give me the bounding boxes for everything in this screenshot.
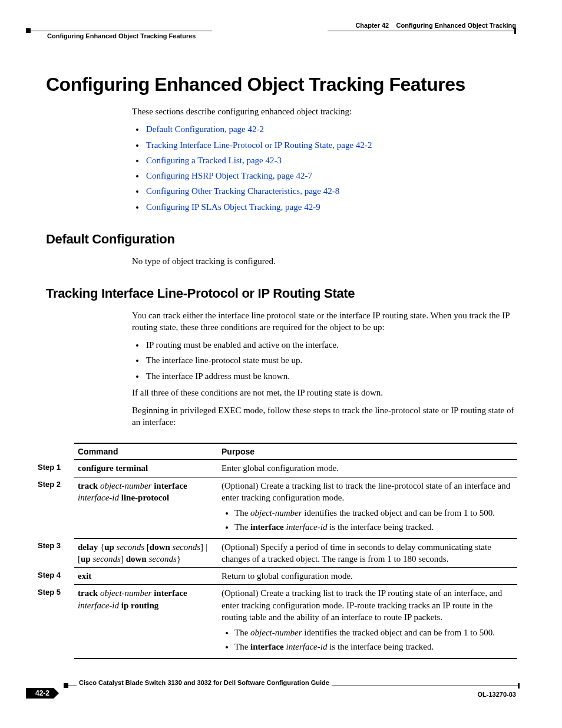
purpose-cell: Enter global configuration mode.: [218, 460, 517, 477]
table-row: Step 3 delay {up seconds [down seconds] …: [34, 538, 517, 568]
table-header-purpose: Purpose: [218, 443, 517, 460]
conditions-list: IP routing must be enabled and active on…: [132, 339, 516, 382]
table-row: Step 5 track object-number interface int…: [34, 585, 517, 658]
list-item: Tracking Interface Line-Protocol or IP R…: [145, 139, 516, 151]
chapter-label: Chapter 42: [355, 22, 389, 29]
purpose-cell: (Optional) Create a tracking list to tra…: [218, 477, 517, 538]
purpose-cell: (Optional) Create a tracking list to tra…: [218, 585, 517, 658]
book-title: Cisco Catalyst Blade Switch 3130 and 303…: [77, 678, 332, 687]
procedure-table: Command Purpose Step 1 configure termina…: [34, 443, 517, 659]
step-label: Step 5: [34, 585, 74, 658]
list-item: Configuring IP SLAs Object Tracking, pag…: [145, 201, 516, 213]
table-row: Step 2 track object-number interface int…: [34, 477, 517, 538]
command-cell: delay {up seconds [down seconds] | [up s…: [74, 538, 218, 568]
body-paragraph: If all three of these conditions are not…: [132, 387, 516, 398]
header-tick-right: [514, 28, 516, 34]
footer-square-icon: [64, 683, 68, 688]
list-item: The object-number identifies the tracked…: [234, 627, 514, 638]
xref-link[interactable]: Configuring a Tracked List, page 42-3: [146, 156, 282, 165]
list-item: The interface line-protocol state must b…: [145, 354, 516, 366]
page-header: Chapter 42 Configuring Enhanced Object T…: [46, 21, 516, 41]
list-item: The interface interface-id is the interf…: [234, 641, 514, 653]
purpose-cell: (Optional) Specify a period of time in s…: [218, 538, 517, 568]
xref-link[interactable]: Configuring HSRP Object Tracking, page 4…: [146, 171, 312, 180]
section-links-list: Default Configuration, page 42-2 Trackin…: [132, 123, 516, 213]
running-head: Configuring Enhanced Object Tracking Fea…: [47, 32, 196, 41]
body-paragraph: Beginning in privileged EXEC mode, follo…: [132, 404, 516, 429]
command-cell: configure terminal: [74, 460, 218, 477]
table-header-command: Command: [74, 443, 218, 460]
table-row: Step 4 exit Return to global configurati…: [34, 568, 517, 585]
purpose-cell: Return to global configuration mode.: [218, 568, 517, 585]
step-label: Step 4: [34, 568, 74, 585]
chapter-title: Configuring Enhanced Object Tracking: [396, 22, 516, 29]
section-heading-tracking-interface: Tracking Interface Line-Protocol or IP R…: [46, 285, 516, 302]
step-label: Step 3: [34, 538, 74, 568]
command-cell: exit: [74, 568, 218, 585]
list-item: Configuring HSRP Object Tracking, page 4…: [145, 170, 516, 182]
body-paragraph: No type of object tracking is configured…: [132, 255, 516, 267]
step-label: Step 1: [34, 460, 74, 477]
list-item: The interface IP address must be known.: [145, 370, 516, 382]
header-square-left: [26, 28, 31, 33]
list-item: IP routing must be enabled and active on…: [145, 339, 516, 351]
list-item: The object-number identifies the tracked…: [234, 507, 514, 519]
xref-link[interactable]: Default Configuration, page 42-2: [146, 124, 264, 134]
header-rule-right: [328, 31, 516, 31]
chapter-header: Chapter 42 Configuring Enhanced Object T…: [355, 21, 516, 30]
list-item: Configuring a Tracked List, page 42-3: [145, 154, 516, 166]
command-cell: track object-number interface interface-…: [74, 477, 218, 538]
xref-link[interactable]: Configuring Other Tracking Characteristi…: [146, 186, 339, 196]
xref-link[interactable]: Configuring IP SLAs Object Tracking, pag…: [146, 202, 320, 212]
list-item: The interface interface-id is the interf…: [234, 521, 514, 533]
list-item: Default Configuration, page 42-2: [145, 123, 516, 135]
document-id: OL-13270-03: [478, 690, 516, 699]
page-title: Configuring Enhanced Object Tracking Fea…: [46, 72, 516, 97]
footer-tick-right: [518, 683, 520, 689]
body-paragraph: You can track either the interface line …: [132, 309, 516, 334]
table-row: Step 1 configure terminal Enter global c…: [34, 460, 517, 477]
page-number-badge: 42-2: [26, 688, 59, 699]
page-footer: Cisco Catalyst Blade Switch 3130 and 303…: [26, 683, 516, 707]
list-item: Configuring Other Tracking Characteristi…: [145, 185, 516, 197]
command-cell: track object-number interface interface-…: [74, 585, 218, 658]
xref-link[interactable]: Tracking Interface Line-Protocol or IP R…: [146, 140, 372, 150]
header-rule-left: [26, 31, 212, 31]
section-heading-default-config: Default Configuration: [46, 230, 516, 248]
step-label: Step 2: [34, 477, 74, 538]
intro-paragraph: These sections describe configuring enha…: [132, 106, 516, 117]
